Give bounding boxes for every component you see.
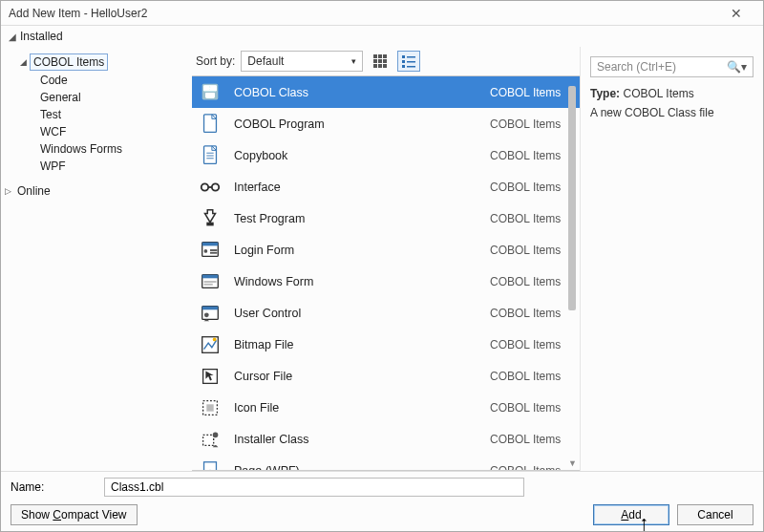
template-category: COBOL Items [490, 338, 572, 351]
template-row[interactable]: Test ProgramCOBOL Items [192, 202, 580, 234]
template-icon: <> [198, 458, 223, 471]
cancel-button[interactable]: Cancel [677, 504, 753, 525]
template-icon [198, 112, 223, 137]
template-icon [198, 395, 223, 420]
svg-rect-12 [407, 61, 415, 63]
list-icon [402, 54, 415, 68]
name-label: Name: [11, 480, 96, 494]
template-category: COBOL Items [490, 464, 572, 471]
template-row[interactable]: Bitmap FileCOBOL Items [192, 329, 580, 360]
tree-node-cobol-items[interactable]: ◢ COBOL Items [11, 53, 188, 72]
template-icon [198, 301, 223, 326]
template-category: COBOL Items [490, 149, 572, 162]
template-name: Copybook [234, 149, 478, 162]
scrollbar-thumb[interactable] [568, 86, 576, 310]
template-name: User Control [234, 307, 478, 320]
template-category: COBOL Items [490, 275, 572, 288]
sort-dropdown[interactable]: Default ▾ [241, 51, 363, 72]
tree-node-online[interactable]: ▷ Online [5, 182, 188, 200]
svg-rect-1 [378, 54, 382, 58]
tree-node-child[interactable]: Windows Forms [28, 140, 188, 158]
template-category: COBOL Items [490, 370, 572, 383]
tree-node-child[interactable]: WPF [28, 158, 188, 175]
template-category: COBOL Items [490, 401, 572, 415]
template-icon [198, 143, 223, 168]
template-row[interactable]: <>Page (WPF)COBOL Items [192, 455, 580, 470]
search-icon: 🔍▾ [727, 60, 747, 74]
svg-point-46 [213, 432, 219, 437]
show-compact-view-button[interactable]: Show Compact View [11, 504, 138, 525]
svg-rect-13 [402, 65, 405, 68]
chevron-down-icon[interactable]: ◢ [9, 32, 16, 42]
svg-rect-27 [206, 222, 213, 225]
svg-point-25 [212, 183, 219, 190]
svg-rect-34 [202, 274, 219, 278]
sort-row: Sort by: Default ▾ [192, 47, 580, 75]
template-row[interactable]: Icon FileCOBOL Items [192, 392, 580, 423]
svg-point-24 [202, 183, 208, 190]
template-name: Cursor File [234, 370, 478, 383]
svg-text:<>: <> [206, 466, 215, 470]
svg-text:CBL: CBL [206, 86, 215, 91]
svg-rect-30 [210, 249, 217, 251]
template-row[interactable]: CopybookCOBOL Items [192, 139, 580, 171]
template-row[interactable]: COBOL ProgramCOBOL Items [192, 108, 580, 139]
template-category: COBOL Items [490, 86, 572, 99]
bottom-panel: Name: Show Compact View Add Cancel ⭡ [1, 471, 763, 531]
svg-point-41 [213, 337, 217, 341]
close-icon[interactable]: ✕ [717, 1, 755, 25]
svg-rect-6 [373, 64, 377, 68]
template-row[interactable]: User ControlCOBOL Items [192, 297, 580, 329]
chevron-right-icon[interactable]: ▷ [5, 186, 14, 196]
template-row[interactable]: CBLCOBOL ClassCOBOL Items [192, 76, 580, 108]
type-row: Type: COBOL Items [590, 87, 753, 100]
svg-rect-36 [204, 283, 213, 285]
template-name: COBOL Program [234, 117, 478, 131]
name-input[interactable] [104, 478, 524, 497]
svg-point-39 [204, 312, 209, 317]
tree-node-child[interactable]: General [28, 89, 188, 106]
chevron-down-icon: ▾ [351, 56, 356, 66]
chevron-down-icon[interactable]: ◢ [20, 57, 30, 67]
svg-rect-31 [210, 251, 217, 253]
template-name: Bitmap File [234, 338, 478, 351]
template-icon [198, 238, 223, 263]
template-list[interactable]: CBLCOBOL ClassCOBOL ItemsCOBOL ProgramCO… [192, 76, 580, 470]
template-icon [198, 206, 223, 231]
template-icon [198, 364, 223, 389]
template-row[interactable]: Installer ClassCOBOL Items [192, 423, 580, 455]
tree-node-child[interactable]: WCF [28, 123, 188, 140]
vertical-scrollbar[interactable]: ▼ [566, 86, 578, 460]
template-category: COBOL Items [490, 181, 572, 194]
template-name: COBOL Class [234, 86, 478, 99]
template-row[interactable]: Login FormCOBOL Items [192, 234, 580, 266]
template-category: COBOL Items [490, 307, 572, 320]
template-row[interactable]: Cursor FileCOBOL Items [192, 360, 580, 392]
window-title: Add New Item - HelloUser2 [9, 1, 147, 25]
view-small-icons-button[interactable] [397, 51, 420, 72]
template-category: COBOL Items [490, 244, 572, 257]
template-row[interactable]: InterfaceCOBOL Items [192, 171, 580, 202]
view-medium-icons-button[interactable] [369, 51, 392, 72]
template-name: Icon File [234, 401, 478, 415]
chevron-down-icon[interactable]: ▼ [568, 458, 577, 468]
template-category: COBOL Items [490, 212, 572, 225]
svg-point-32 [204, 249, 208, 253]
template-name: Test Program [234, 212, 478, 225]
sort-label: Sort by: [196, 54, 235, 68]
tree-node-child[interactable]: Test [28, 106, 188, 123]
svg-rect-4 [378, 59, 382, 63]
titlebar: Add New Item - HelloUser2 ✕ [1, 1, 763, 26]
template-category: COBOL Items [490, 433, 572, 446]
template-row[interactable]: Windows FormCOBOL Items [192, 266, 580, 297]
add-button[interactable]: Add [593, 504, 669, 525]
svg-rect-29 [202, 242, 219, 245]
description-text: A new COBOL Class file [590, 106, 753, 119]
template-tree: ◢ COBOL Items CodeGeneralTestWCFWindows … [1, 47, 192, 471]
svg-rect-14 [407, 66, 415, 68]
installed-node[interactable]: Installed [20, 30, 63, 43]
svg-rect-45 [203, 435, 214, 445]
tree-node-child[interactable]: Code [28, 72, 188, 89]
template-name: Interface [234, 181, 478, 194]
search-input[interactable]: Search (Ctrl+E) 🔍▾ [590, 56, 753, 77]
